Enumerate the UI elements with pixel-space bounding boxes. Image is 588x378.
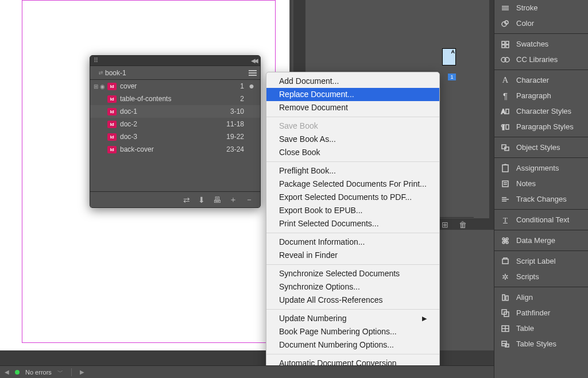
menu-item[interactable]: Reveal in Finder <box>266 249 439 262</box>
book-document-row[interactable]: Idback-cover23-24 <box>90 143 260 156</box>
character-icon: A <box>500 76 510 85</box>
panel-button-data-merge[interactable]: Data Merge <box>494 233 588 248</box>
page-thumbnail[interactable] <box>442 48 456 65</box>
pathfinder-icon <box>500 308 510 318</box>
dock-group-separator <box>494 209 588 210</box>
panel-button-paragraph[interactable]: ¶Paragraph <box>494 88 588 103</box>
panel-label: Stroke <box>516 3 538 12</box>
panel-button-assignments[interactable]: Assignments <box>494 160 588 176</box>
book-panel-titlebar[interactable]: ⠿ ◀◀ <box>90 56 260 66</box>
panel-button-pathfinder[interactable]: Pathfinder <box>494 305 588 321</box>
panel-button-script-label[interactable]: Script Label <box>494 253 588 269</box>
panel-button-object-styles[interactable]: Object Styles <box>494 140 588 155</box>
menu-item[interactable]: Replace Document... <box>266 88 439 101</box>
menu-item[interactable]: Preflight Book... <box>266 164 439 178</box>
scripts-icon: ✲ <box>500 272 510 281</box>
book-document-list: ⊞ ◉Idcover1●Idtable-of-contents2Iddoc-13… <box>90 80 260 156</box>
panel-label: Script Label <box>516 257 556 265</box>
panel-button-stroke[interactable]: Stroke <box>494 0 588 16</box>
table-icon <box>500 324 510 333</box>
dock-group-separator <box>494 157 588 158</box>
panel-collapse-icon[interactable]: ◀◀ <box>251 57 257 64</box>
panel-button-cc-libraries[interactable]: CC Libraries <box>494 52 588 67</box>
panel-label: Table Styles <box>516 340 556 348</box>
panel-label: Data Merge <box>516 236 555 245</box>
panel-label: Table <box>516 324 534 333</box>
book-document-row[interactable]: Iddoc-211-18 <box>90 118 260 130</box>
sync-source-icon[interactable]: ⊞ ◉ <box>94 83 107 90</box>
menu-item[interactable]: Document Information... <box>266 236 439 249</box>
parastyles-icon: ¶ <box>500 122 510 132</box>
charstyles-icon: A <box>500 107 510 116</box>
doc-page-range: 19-22 <box>215 133 244 141</box>
panel-button-scripts[interactable]: ✲Scripts <box>494 269 588 284</box>
panel-label: Notes <box>516 179 536 188</box>
print-book-icon[interactable]: 🖶 <box>213 195 221 205</box>
delete-page-icon[interactable]: 🗑 <box>459 220 467 229</box>
panel-label: Color <box>516 19 534 28</box>
panel-button-color[interactable]: Color <box>494 16 588 31</box>
panel-button-paragraph-styles[interactable]: ¶Paragraph Styles <box>494 119 588 134</box>
menu-item[interactable]: Export Book to EPUB... <box>266 204 439 217</box>
menu-item[interactable]: Package Selected Documents For Print... <box>266 178 439 191</box>
book-tab[interactable]: book-1 <box>94 67 131 79</box>
panel-button-track-changes[interactable]: Track Changes <box>494 191 588 207</box>
menu-item[interactable]: Close Book <box>266 146 439 159</box>
remove-document-icon[interactable]: － <box>245 195 253 205</box>
panel-button-table[interactable]: Table <box>494 321 588 336</box>
panel-button-notes[interactable]: Notes <box>494 176 588 191</box>
menu-item[interactable]: Book Page Numbering Options... <box>266 325 439 338</box>
book-document-row[interactable]: Iddoc-319-22 <box>90 130 260 143</box>
panel-label: Character Styles <box>516 107 571 115</box>
svg-rect-30 <box>502 259 508 264</box>
book-document-row[interactable]: ⊞ ◉Idcover1● <box>90 80 260 92</box>
doc-page-range: 23-24 <box>215 145 244 153</box>
book-panel[interactable]: ⠿ ◀◀ book-1 ⊞ ◉Idcover1●Idtable-of-conte… <box>90 55 261 208</box>
save-book-icon[interactable]: ⬇ <box>198 195 205 205</box>
panel-button-swatches[interactable]: Swatches <box>494 36 588 52</box>
panel-button-character[interactable]: ACharacter <box>494 72 588 88</box>
panel-button-table-styles[interactable]: Table Styles <box>494 336 588 352</box>
menu-item[interactable]: Document Numbering Options... <box>266 338 439 352</box>
conditional-icon: T <box>500 215 510 225</box>
sync-icon[interactable]: ⇄ <box>183 195 190 205</box>
panel-grip-icon[interactable]: ⠿ <box>94 57 99 64</box>
status-next-icon[interactable]: ▶ <box>80 369 84 375</box>
book-panel-footer: ⇄ ⬇ 🖶 ＋ － <box>90 191 260 207</box>
book-panel-tabbar: book-1 <box>90 66 260 80</box>
menu-item[interactable]: Update All Cross-References <box>266 294 439 307</box>
notes-icon <box>500 179 510 188</box>
doc-page-range: 3-10 <box>215 107 244 115</box>
panel-button-align[interactable]: Align <box>494 290 588 305</box>
menu-item[interactable]: Save Book As... <box>266 133 439 146</box>
panel-button-conditional-text[interactable]: TConditional Text <box>494 212 588 227</box>
indesign-doc-icon: Id <box>107 133 117 141</box>
book-panel-context-menu[interactable]: Add Document...Replace Document...Remove… <box>266 72 440 378</box>
svg-rect-14 <box>506 125 509 129</box>
panel-menu-icon[interactable] <box>244 68 257 78</box>
new-page-icon[interactable]: ⊞ <box>442 220 448 229</box>
add-document-icon[interactable]: ＋ <box>229 195 237 205</box>
menu-item[interactable]: Print Selected Documents... <box>266 217 439 230</box>
menu-item: Save Book <box>266 119 439 133</box>
status-dropdown-icon[interactable]: ﹀ <box>57 368 63 376</box>
menu-item[interactable]: Export Selected Documents to PDF... <box>266 191 439 204</box>
menu-item[interactable]: Add Document... <box>266 75 439 88</box>
menu-separator <box>266 161 439 162</box>
menu-separator <box>266 264 439 265</box>
doc-page-range: 2 <box>215 95 244 103</box>
status-divider <box>71 368 72 376</box>
book-document-row[interactable]: Idtable-of-contents2 <box>90 92 260 105</box>
panel-button-character-styles[interactable]: ACharacter Styles <box>494 103 588 119</box>
menu-item[interactable]: Synchronize Selected Documents <box>266 267 439 280</box>
menu-item[interactable]: Synchronize Options... <box>266 280 439 294</box>
svg-text:A: A <box>501 109 505 115</box>
preflight-status-text[interactable]: No errors <box>25 369 52 376</box>
menu-item[interactable]: Update Numbering▶ <box>266 312 439 325</box>
panel-label: Object Styles <box>516 143 560 152</box>
menu-item[interactable]: Remove Document <box>266 101 439 114</box>
doc-name: doc-3 <box>120 133 215 141</box>
status-prev-icon[interactable]: ◀ <box>5 369 9 375</box>
book-document-row[interactable]: Iddoc-13-10 <box>90 105 260 118</box>
dock-group-separator <box>494 230 588 230</box>
